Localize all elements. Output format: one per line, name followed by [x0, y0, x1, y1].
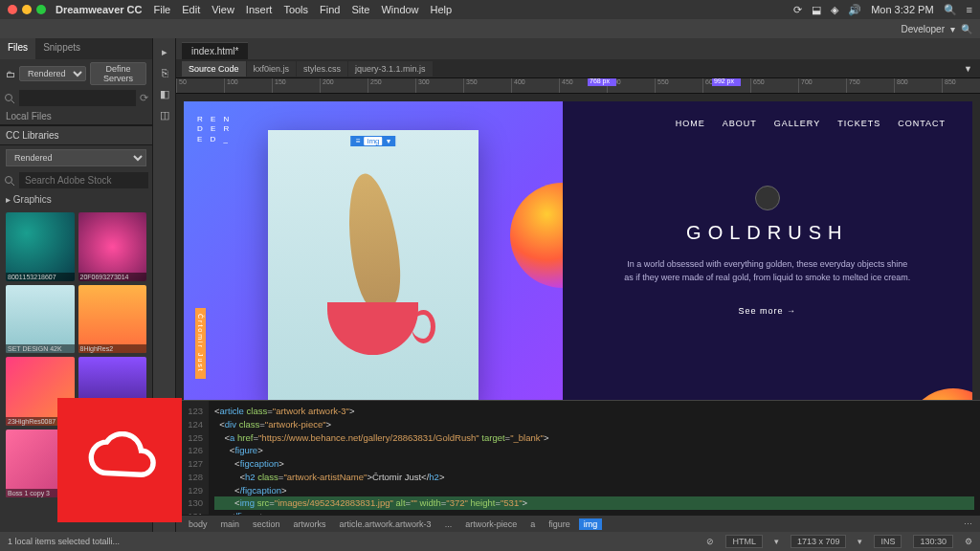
live-view-canvas[interactable]: R E ND E RE D _ Črtomir Just ≡ img ▾: [176, 94, 980, 400]
error-icon[interactable]: ⊘: [706, 537, 714, 546]
subtab-jquery[interactable]: jquery-3.1.1.min.js: [348, 61, 433, 77]
menu-help[interactable]: Help: [431, 4, 453, 15]
breakpoint-992[interactable]: 992 px: [712, 78, 741, 86]
crumb-active[interactable]: img: [579, 518, 603, 530]
crumb[interactable]: a: [525, 518, 540, 530]
menu-site[interactable]: Site: [351, 4, 369, 15]
subtab-source[interactable]: Source Code: [182, 61, 246, 77]
nav-home[interactable]: HOME: [676, 119, 705, 128]
code-view[interactable]: 1231241251261271281291301311321331341351…: [176, 400, 980, 515]
file-mgmt-icon[interactable]: ⎘: [155, 63, 174, 82]
library-asset[interactable]: 20F0693273014: [78, 212, 147, 281]
status-selection: 1 local items selected totalli...: [8, 537, 120, 546]
menu-view[interactable]: View: [212, 4, 234, 15]
crumb[interactable]: section: [248, 518, 285, 530]
menu-window[interactable]: Window: [381, 4, 418, 15]
wifi-icon: ◈: [831, 4, 838, 16]
artwork-description: In a world obsessed with everything gold…: [624, 257, 911, 285]
sync-settings-icon[interactable]: ⚙: [965, 537, 972, 546]
library-asset[interactable]: SET DESIGN 42K: [6, 285, 75, 354]
library-dropdown[interactable]: Rendered: [6, 149, 146, 166]
nav-gallery[interactable]: GALLERY: [774, 119, 820, 128]
define-servers-button[interactable]: Define Servers: [90, 62, 146, 85]
artwork-figure[interactable]: ≡ img ▾: [268, 130, 479, 400]
crumb[interactable]: artworks: [289, 518, 331, 530]
gradient-orb: [905, 388, 972, 400]
tab-snippets[interactable]: Snippets: [35, 38, 88, 59]
graphics-section-header[interactable]: ▸ Graphics: [0, 190, 152, 209]
search-icon: [4, 175, 15, 187]
cup-graphic: [327, 302, 418, 355]
workspace-bar: Developer ▾ 🔍: [0, 19, 980, 38]
menu-file[interactable]: File: [154, 4, 171, 15]
cursor-pos: 130:30: [913, 535, 953, 548]
window-size[interactable]: 1713 x 709: [791, 535, 847, 548]
gold-splash-graphic: [341, 170, 406, 309]
nav-about[interactable]: ABOUT: [723, 119, 757, 128]
menu-tools[interactable]: Tools: [283, 4, 308, 15]
volume-icon: 🔊: [848, 4, 861, 16]
cc-libraries-header[interactable]: CC Libraries: [0, 125, 152, 145]
editor-area: index.html* Source Code kxf0ien.js style…: [176, 38, 980, 532]
refresh-icon[interactable]: ⟳: [140, 92, 148, 104]
artist-avatar: [755, 186, 780, 210]
lang-indicator[interactable]: HTML: [725, 535, 763, 548]
hamburger-icon[interactable]: ≡: [356, 137, 361, 145]
crumb[interactable]: main: [216, 518, 245, 530]
rendered-page: R E ND E RE D _ Črtomir Just ≡ img ▾: [184, 101, 972, 400]
window-controls[interactable]: [8, 5, 46, 14]
chevron-down-icon[interactable]: ▾: [774, 537, 779, 546]
workspace-switcher[interactable]: Developer: [901, 24, 945, 34]
ruler[interactable]: 5010015020025030035040045050055060065070…: [176, 78, 980, 94]
code-body[interactable]: <article class="artwork artwork-3"> <div…: [209, 401, 980, 515]
clock: Mon 3:32 PM: [871, 4, 933, 15]
library-asset[interactable]: 8001153218607: [6, 212, 75, 281]
crumb[interactable]: figure: [544, 518, 575, 530]
app-name: Dreamweaver CC: [56, 4, 143, 15]
tag-selector-breadcrumb: body main section artworks article.artwo…: [176, 515, 980, 532]
notif-icon[interactable]: ≡: [967, 4, 972, 15]
chevron-down-icon[interactable]: ▾: [950, 24, 955, 34]
live-view-icon[interactable]: ◧: [155, 84, 174, 103]
menu-edit[interactable]: Edit: [182, 4, 200, 15]
chevron-down-icon[interactable]: ▾: [858, 537, 862, 546]
subtab-js1[interactable]: kxf0ien.js: [247, 61, 297, 77]
subtab-css[interactable]: styles.css: [297, 61, 347, 77]
nav-tickets[interactable]: TICKETS: [837, 119, 880, 128]
crumb[interactable]: ...: [440, 518, 457, 530]
search-icon[interactable]: 🔍: [961, 24, 972, 34]
element-selection-hud[interactable]: ≡ img ▾: [350, 136, 396, 146]
svg-point-0: [6, 94, 12, 100]
adobe-stock-search[interactable]: [19, 172, 148, 188]
related-files-bar: Source Code kxf0ien.js styles.css jquery…: [176, 59, 980, 78]
spotlight-icon[interactable]: 🔍: [944, 4, 957, 16]
artwork-title: GOLDRUSH: [590, 222, 946, 244]
filter-icon[interactable]: ▼: [964, 64, 972, 74]
menu-find[interactable]: Find: [320, 4, 340, 15]
tab-files[interactable]: Files: [0, 38, 35, 59]
doc-tab-index[interactable]: index.html*: [182, 42, 248, 59]
overflow-icon[interactable]: ⋯: [964, 519, 972, 529]
dropbox-icon: ⬓: [812, 4, 821, 16]
crumb[interactable]: article.artwork.artwork-3: [335, 518, 436, 530]
crumb[interactable]: artwork-piece: [460, 518, 522, 530]
menu-insert[interactable]: Insert: [246, 4, 273, 15]
local-files-header: Local Files: [6, 111, 52, 121]
filter-search-icon: [4, 93, 15, 104]
files-filter-input[interactable]: [19, 90, 136, 106]
see-more-link[interactable]: See more →: [590, 306, 946, 316]
site-nav: HOME ABOUT GALLERY TICKETS CONTACT: [590, 119, 946, 128]
inspect-icon[interactable]: ◫: [155, 105, 174, 124]
app-menus[interactable]: File Edit View Insert Tools Find Site Wi…: [154, 4, 453, 15]
chevron-down-icon[interactable]: ▾: [387, 137, 390, 145]
site-dropdown[interactable]: Rendered: [19, 66, 86, 81]
crumb[interactable]: body: [184, 518, 212, 530]
nav-contact[interactable]: CONTACT: [898, 119, 946, 128]
library-asset[interactable]: 8HighRes2: [78, 285, 147, 354]
expand-icon[interactable]: ▸: [155, 42, 174, 61]
macos-menubar: Dreamweaver CC File Edit View Insert Too…: [0, 0, 980, 19]
svg-line-3: [11, 183, 14, 186]
folder-icon: 🗀: [6, 69, 15, 79]
breakpoint-768[interactable]: 768 px: [588, 78, 616, 86]
svg-point-2: [6, 176, 12, 183]
